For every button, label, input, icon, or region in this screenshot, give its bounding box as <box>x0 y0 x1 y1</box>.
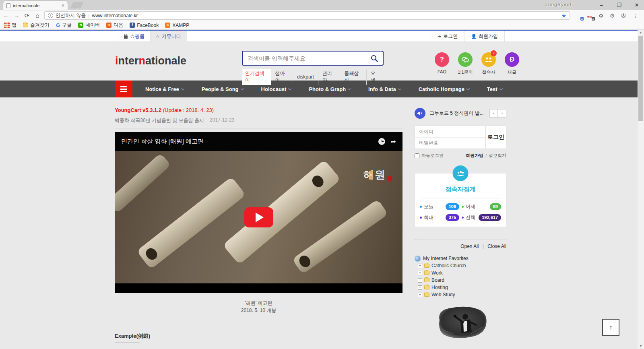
bookmark-facebook[interactable]: f FaceBook <box>130 23 159 28</box>
new-tab-button[interactable] <box>70 2 83 8</box>
find-info-link[interactable]: 정보찾기 <box>489 153 506 159</box>
play-button[interactable] <box>244 207 273 227</box>
share-icon[interactable]: ➦ <box>391 138 396 145</box>
expand-icon[interactable]: + <box>418 293 422 297</box>
open-all-link[interactable]: Open All <box>460 244 479 249</box>
tree-folder-hosting[interactable]: + Hosting <box>418 284 506 291</box>
expand-icon[interactable]: + <box>418 264 422 268</box>
tree-root[interactable]: My Internet Favorites <box>415 255 506 262</box>
tree-folder-catholic-church[interactable]: + Catholic Church <box>418 262 506 269</box>
tab-shop[interactable]: 쇼핑몰 <box>118 31 150 42</box>
chevron-down-icon <box>240 87 244 90</box>
login-options: 자동로그인 회원가입 / 정보찾기 <box>415 153 506 159</box>
expand-icon[interactable]: + <box>418 278 422 283</box>
nav-catholic-hompage[interactable]: Catholic Hompage <box>410 86 478 92</box>
chrome-menu-icon[interactable]: ⋮ <box>631 12 640 19</box>
nav-test[interactable]: Test <box>478 86 511 92</box>
new-posts-button[interactable]: Ð 새글 <box>503 52 521 75</box>
news-title[interactable]: 박종화 작곡30년 기념음반 및 모음집 출시 <box>115 117 204 124</box>
login-button[interactable]: 로그인 <box>485 126 506 149</box>
browser-tab[interactable]: internationale × <box>3 1 68 10</box>
page-scrollbar[interactable]: ▲ ▼ <box>638 30 644 349</box>
popular-term[interactable]: diskpart <box>293 73 318 81</box>
info-icon[interactable]: i <box>48 13 53 18</box>
news-item[interactable]: 박종화 작곡30년 기념음반 및 모음집 출시 2017-12-23 <box>115 117 402 129</box>
hamburger-menu-icon[interactable] <box>115 81 132 97</box>
video-caption: '해원' 예고편 2018. 5. 10 개봉 <box>115 299 402 314</box>
nav-people-song[interactable]: People & Song <box>193 86 252 92</box>
bookmark-star-icon[interactable]: ★ <box>561 12 566 19</box>
auto-login-option[interactable]: 자동로그인 <box>415 153 444 159</box>
search-input[interactable] <box>248 55 371 62</box>
nav-holocaust[interactable]: Holocaust <box>252 86 300 92</box>
popular-term[interactable]: 요셉 <box>366 69 384 85</box>
nav-photo-graph[interactable]: Photo & Graph <box>300 86 359 92</box>
auto-login-checkbox[interactable] <box>415 153 419 158</box>
back-icon[interactable]: ← <box>2 12 10 19</box>
tab-close-icon[interactable]: × <box>62 3 64 8</box>
popular-term[interactable]: 섬아이 <box>271 69 293 85</box>
extension-badge: 2 <box>580 17 584 21</box>
password-field[interactable] <box>415 137 485 149</box>
tree-folder-board[interactable]: + Board <box>418 277 506 284</box>
id-field[interactable] <box>415 126 485 137</box>
site-logo[interactable]: internationale <box>115 55 186 67</box>
expand-icon[interactable]: + <box>418 271 422 275</box>
scrollbar-thumb[interactable] <box>638 36 643 121</box>
refresh-icon[interactable]: ⟳ <box>23 12 31 19</box>
bookmark-daum[interactable]: D 다음 <box>106 22 123 29</box>
notice-ticker[interactable]: 그누보드 5 정식판이 발... ‹ › <box>415 107 506 119</box>
video-title[interactable]: 민간인 학살 영화 [해원] 예고편 <box>121 138 378 145</box>
url-text[interactable]: www.internationale.kr <box>92 13 138 19</box>
browser-tab-strip: internationale × JongRyeol – ❐ ✕ <box>0 0 644 10</box>
tree-folder-web-study[interactable]: + Web Study <box>418 291 506 298</box>
recycle-extension-icon[interactable]: ♻ <box>597 12 605 19</box>
main-content: YoungCart v5.3.1.2 (Update : 2018. 4. 23… <box>115 107 402 349</box>
login-link[interactable]: ➜ 로그인 <box>431 31 464 42</box>
home-icon[interactable]: ⌂ <box>34 12 41 19</box>
signup-link[interactable]: 회원가입 <box>466 153 483 159</box>
tree-folder-work[interactable]: + Work <box>418 269 506 277</box>
popular-term[interactable]: 물째삼식 <box>340 69 366 85</box>
bookmark-google[interactable]: G 구글 <box>56 22 72 29</box>
minimize-button[interactable]: – <box>597 2 605 8</box>
bookmark-favorites-folder[interactable]: 즐겨찾기 <box>23 22 50 29</box>
adblock-extension-icon[interactable]: ABP 2 <box>586 12 593 19</box>
notice-prev-button[interactable]: ‹ <box>489 109 498 118</box>
notice-text[interactable]: 그누보드 5 정식판이 발... <box>429 110 485 117</box>
video-player[interactable]: 민간인 학살 영화 [해원] 예고편 ➦ 해원 <box>115 132 402 293</box>
close-button[interactable]: ✕ <box>633 2 641 8</box>
bookmark-apps[interactable]: 앱 <box>4 22 17 29</box>
bookmark-xampp[interactable]: X XAMPP <box>165 23 189 28</box>
tab-community[interactable]: ⌂ 커뮤니티 <box>150 31 187 42</box>
inquiry-button[interactable]: 1:1문의 <box>456 52 474 75</box>
expand-icon[interactable]: + <box>418 285 422 290</box>
scrollbar-down-icon[interactable]: ▼ <box>638 343 644 349</box>
scroll-to-top-button[interactable]: ↑ <box>602 319 619 336</box>
notice-next-button[interactable]: › <box>498 109 506 118</box>
address-bar[interactable]: i 안전하지 않음 | www.internationale.kr ★ <box>44 11 570 20</box>
scrollbar-up-icon[interactable]: ▲ <box>638 30 644 35</box>
forward-icon[interactable]: → <box>13 12 20 19</box>
google-icon: G <box>56 22 60 28</box>
site-tab-bar: 쇼핑몰 ⌂ 커뮤니티 ➜ 로그인 👤 회원가입 <box>0 31 638 42</box>
nav-info-data[interactable]: Info & Data <box>359 86 410 92</box>
shopping-bag-icon <box>124 35 128 39</box>
join-link[interactable]: 👤 회원가입 <box>464 31 505 42</box>
chat-bubbles-icon <box>458 52 473 67</box>
maximize-button[interactable]: ❐ <box>615 2 623 8</box>
close-all-link[interactable]: Close All <box>487 244 506 249</box>
page-icon <box>6 3 10 8</box>
capture-extension-icon[interactable]: ✇ <box>620 12 627 19</box>
tab-title: internationale <box>13 3 59 8</box>
visitors-button[interactable]: 7 접속자 <box>480 52 497 75</box>
search-icon[interactable] <box>371 55 378 62</box>
popular-term[interactable]: 관리자 <box>318 69 340 85</box>
faq-button[interactable]: ? FAQ <box>433 52 451 75</box>
nav-notice-free[interactable]: Notice & Free <box>136 86 193 92</box>
gear-extension-icon[interactable]: ⚙ <box>609 12 616 19</box>
bookmark-naver[interactable]: N 네이버 <box>78 22 100 29</box>
translate-extension-icon[interactable]: 2 <box>575 12 582 19</box>
visitors-badge: 7 <box>491 50 497 56</box>
watch-later-icon[interactable] <box>378 138 385 145</box>
